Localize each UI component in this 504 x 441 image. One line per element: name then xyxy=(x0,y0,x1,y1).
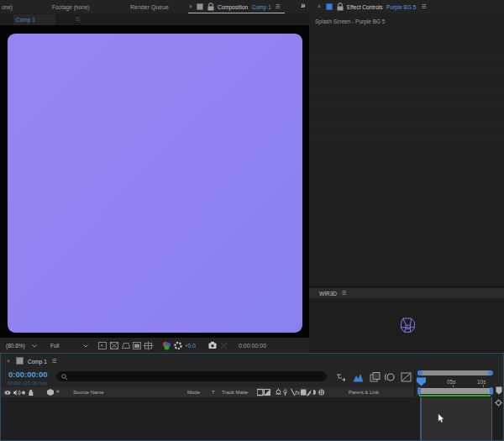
svg-text:fx: fx xyxy=(295,389,301,396)
